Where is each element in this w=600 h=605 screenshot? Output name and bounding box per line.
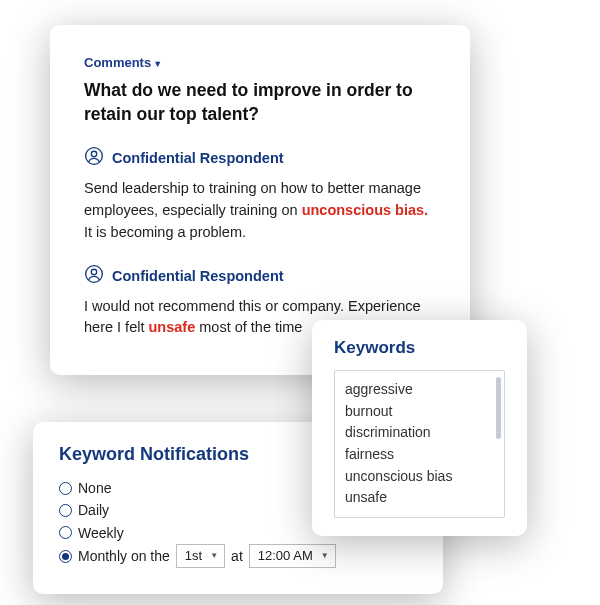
monthly-controls: Monthly on the 1st ▼ at 12:00 AM ▼ [78, 544, 336, 568]
radio-label: Monthly on the [78, 545, 170, 567]
keywords-title: Keywords [334, 338, 527, 358]
keyword-item[interactable]: aggressive [345, 379, 498, 401]
radio-label: None [78, 477, 111, 499]
radio-icon [59, 504, 72, 517]
keyword-item[interactable]: discrimination [345, 422, 498, 444]
chevron-down-icon: ▼ [153, 59, 162, 69]
time-select-value: 12:00 AM [258, 546, 313, 567]
radio-icon [59, 550, 72, 563]
response-post: It is becoming a problem. [84, 224, 246, 240]
at-label: at [231, 545, 243, 567]
time-select[interactable]: 12:00 AM ▼ [249, 544, 336, 568]
svg-point-3 [91, 269, 96, 274]
keyword-item[interactable]: unconscious bias [345, 466, 498, 488]
keywords-listbox[interactable]: aggressive burnout discrimination fairne… [334, 370, 505, 518]
comments-label: Comments [84, 55, 151, 70]
radio-icon [59, 526, 72, 539]
radio-label: Weekly [78, 522, 124, 544]
keyword-item[interactable]: fairness [345, 444, 498, 466]
scrollbar-thumb[interactable] [496, 377, 501, 439]
keyword-item[interactable]: burnout [345, 401, 498, 423]
question-text: What do we need to improve in order to r… [84, 79, 436, 126]
day-select-value: 1st [185, 546, 202, 567]
keyword-highlight: unsafe [148, 319, 195, 335]
respondent-header: Confidential Respondent [84, 264, 436, 288]
radio-label: Daily [78, 499, 109, 521]
comments-toggle[interactable]: Comments ▼ [84, 55, 162, 70]
chevron-down-icon: ▼ [321, 550, 329, 563]
radio-option-monthly[interactable]: Monthly on the 1st ▼ at 12:00 AM ▼ [59, 544, 417, 568]
user-icon [84, 264, 104, 288]
day-select[interactable]: 1st ▼ [176, 544, 225, 568]
keyword-item[interactable]: unsafe [345, 487, 498, 509]
respondent-header: Confidential Respondent [84, 146, 436, 170]
keywords-panel: Keywords aggressive burnout discriminati… [312, 320, 527, 536]
respondent-label: Confidential Respondent [112, 268, 284, 284]
respondent-label: Confidential Respondent [112, 150, 284, 166]
user-icon [84, 146, 104, 170]
keyword-highlight: unconscious bias. [302, 202, 429, 218]
response-post: most of the time [195, 319, 302, 335]
svg-point-1 [91, 152, 96, 157]
chevron-down-icon: ▼ [210, 550, 218, 563]
response-body: Send leadership to training on how to be… [84, 178, 436, 243]
radio-icon [59, 482, 72, 495]
